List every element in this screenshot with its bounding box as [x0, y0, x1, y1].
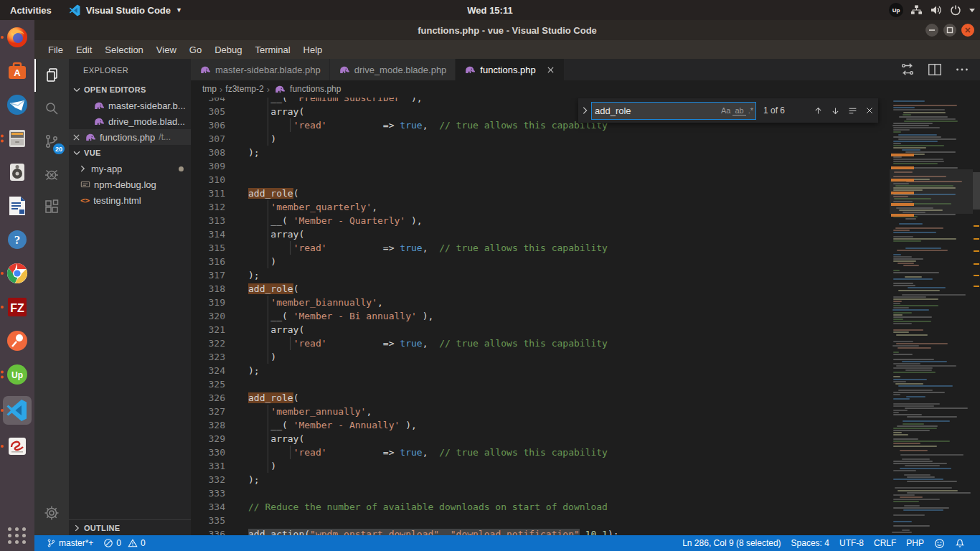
menu-go[interactable]: Go [183, 40, 208, 59]
code-text[interactable]: __( 'Member - Bi annually' ), [237, 309, 890, 323]
dock-item-files[interactable] [3, 126, 32, 151]
tree-item-npm-debug-log[interactable]: npm-debug.log [69, 176, 191, 192]
open-changes-icon[interactable] [900, 62, 915, 77]
code-text[interactable]: // Reduce the number of available downlo… [237, 500, 890, 514]
problems-status[interactable]: 0 0 [98, 535, 150, 551]
dock-item-filezilla[interactable]: FZ [3, 295, 32, 319]
tab-master-sidebar-blade-php[interactable]: master-sidebar.blade.php [191, 59, 330, 80]
code-text[interactable]: add_role( [237, 391, 890, 405]
split-editor-icon[interactable] [927, 62, 943, 77]
titlebar[interactable]: functions.php - vue - Visual Studio Code [34, 20, 980, 40]
next-match-icon[interactable] [831, 106, 840, 116]
folder-section-header[interactable]: VUE [69, 145, 191, 161]
code-text[interactable]: __( 'Member - Annually' ), [237, 418, 890, 432]
breadcrumb-item[interactable]: tmp [202, 84, 217, 94]
scrollbar-slider[interactable] [973, 172, 980, 209]
menu-edit[interactable]: Edit [70, 40, 98, 59]
code-text[interactable]: ) [237, 255, 890, 268]
volume-icon[interactable] [930, 4, 943, 16]
tree-item-my-app[interactable]: my-app [69, 161, 191, 176]
menu-terminal[interactable]: Terminal [248, 40, 296, 59]
breadcrumb-item[interactable]: functions.php [290, 84, 341, 94]
indentation-status[interactable]: Spaces: 4 [786, 535, 834, 551]
whole-word-toggle[interactable]: ab [732, 106, 745, 116]
close-button[interactable] [961, 24, 974, 37]
open-editors-header[interactable]: OPEN EDITORS [69, 82, 191, 98]
code-text[interactable]: ); [237, 146, 890, 159]
activity-settings[interactable] [34, 496, 69, 529]
close-find-icon[interactable] [865, 106, 874, 115]
dock-item-chrome[interactable] [3, 261, 32, 286]
code-text[interactable]: add_role( [237, 187, 890, 200]
activity-source-control[interactable]: 20 [34, 125, 69, 158]
previous-match-icon[interactable] [814, 106, 823, 116]
close-editor-icon[interactable] [72, 133, 81, 142]
code-text[interactable]: 'read' => true, // true allows this capa… [237, 241, 890, 255]
show-applications-button[interactable] [8, 527, 27, 544]
upwork-badge-icon[interactable]: Up [889, 3, 903, 17]
minimap[interactable] [890, 98, 973, 535]
code-text[interactable] [237, 173, 890, 187]
dock-item-help[interactable]: ? [3, 227, 32, 252]
eol-status[interactable]: CRLF [869, 535, 901, 551]
tree-item-testing-html[interactable]: <>testing.html [69, 192, 191, 208]
dock-item-red-ribbon-app[interactable] [3, 434, 32, 458]
code-text[interactable]: 'read' => true, // true allows this capa… [237, 446, 890, 459]
code-text[interactable]: 'member_quarterly', [237, 200, 890, 214]
code-text[interactable]: ) [237, 459, 890, 473]
code-text[interactable]: ) [237, 132, 890, 146]
menu-file[interactable]: File [42, 40, 70, 59]
more-actions-icon[interactable] [954, 62, 970, 77]
dock-item-upwork[interactable]: Up [3, 362, 32, 387]
tab-drive-mode-blade-php[interactable]: drive_mode.blade.php [330, 59, 456, 80]
open-editor-master-sidebar-b-[interactable]: master-sidebar.b... [69, 98, 191, 113]
tab-functions-php[interactable]: functions.php [456, 59, 564, 80]
menu-view[interactable]: View [150, 40, 183, 59]
overview-ruler[interactable] [973, 98, 980, 535]
code-text[interactable] [237, 159, 890, 173]
code-text[interactable]: ); [237, 473, 890, 486]
network-icon[interactable] [910, 4, 923, 16]
code-text[interactable]: ); [237, 364, 890, 377]
code-text[interactable]: 'read' => true, // true allows this capa… [237, 336, 890, 350]
power-icon[interactable] [950, 4, 961, 16]
code-text[interactable]: array( [237, 227, 890, 241]
open-editor-functions-php[interactable]: functions.php/t... [69, 129, 191, 145]
dock-item-vscode[interactable] [3, 396, 32, 425]
minimize-button[interactable] [925, 24, 938, 37]
git-branch-status[interactable]: master*+ [42, 535, 98, 551]
menu-debug[interactable]: Debug [208, 40, 248, 59]
code-lines[interactable]: 304 __( 'Premium Subscriber' ),305 array… [191, 98, 890, 535]
code-editor[interactable]: 304 __( 'Premium Subscriber' ),305 array… [191, 98, 980, 535]
open-editor-drive-mode-blad-[interactable]: drive_mode.blad... [69, 113, 191, 129]
breadcrumb[interactable]: tmp›fz3temp-2›functions.php [191, 80, 980, 98]
activity-debug[interactable] [34, 158, 69, 191]
code-text[interactable] [237, 377, 890, 391]
app-menu-button[interactable]: Visual Studio Code ▼ [62, 4, 189, 17]
dock-item-firefox[interactable] [3, 25, 32, 50]
code-text[interactable]: add_action("wpdm_onstart_download", "dow… [237, 527, 890, 535]
dock-item-ubuntu-software[interactable]: A [3, 59, 32, 83]
language-mode-status[interactable]: PHP [901, 535, 929, 551]
code-text[interactable]: ) [237, 350, 890, 364]
match-case-toggle[interactable]: Aa [719, 106, 732, 115]
menu-help[interactable]: Help [297, 40, 329, 59]
code-text[interactable]: __( 'Member - Quarterly' ), [237, 214, 890, 227]
activity-search[interactable] [34, 92, 69, 125]
code-text[interactable]: add_role( [237, 282, 890, 296]
notifications-bell-icon[interactable] [950, 535, 970, 551]
dock-item-thunderbird[interactable] [3, 93, 32, 117]
code-text[interactable]: array( [237, 323, 890, 336]
feedback-smiley-icon[interactable] [929, 535, 950, 551]
breadcrumb-item[interactable]: fz3temp-2 [225, 84, 263, 94]
close-tab-icon[interactable] [546, 65, 555, 75]
code-text[interactable]: ); [237, 268, 890, 282]
dock-item-postman[interactable] [3, 329, 32, 353]
clock[interactable]: Wed 15:11 [467, 5, 512, 16]
code-text[interactable]: 'member_biannually', [237, 296, 890, 309]
outline-header[interactable]: OUTLINE [69, 519, 191, 535]
regex-toggle[interactable]: .* [746, 106, 755, 115]
encoding-status[interactable]: UTF-8 [834, 535, 869, 551]
activity-explorer[interactable] [34, 59, 69, 92]
chevron-down-icon[interactable] [969, 7, 976, 13]
